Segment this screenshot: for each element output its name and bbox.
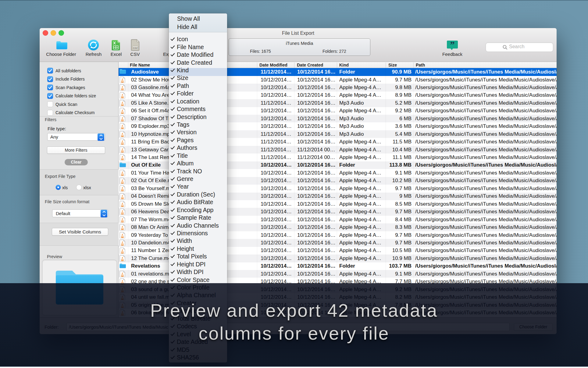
svg-text:csv: csv: [133, 46, 138, 49]
svg-text:”: ”: [450, 40, 455, 49]
